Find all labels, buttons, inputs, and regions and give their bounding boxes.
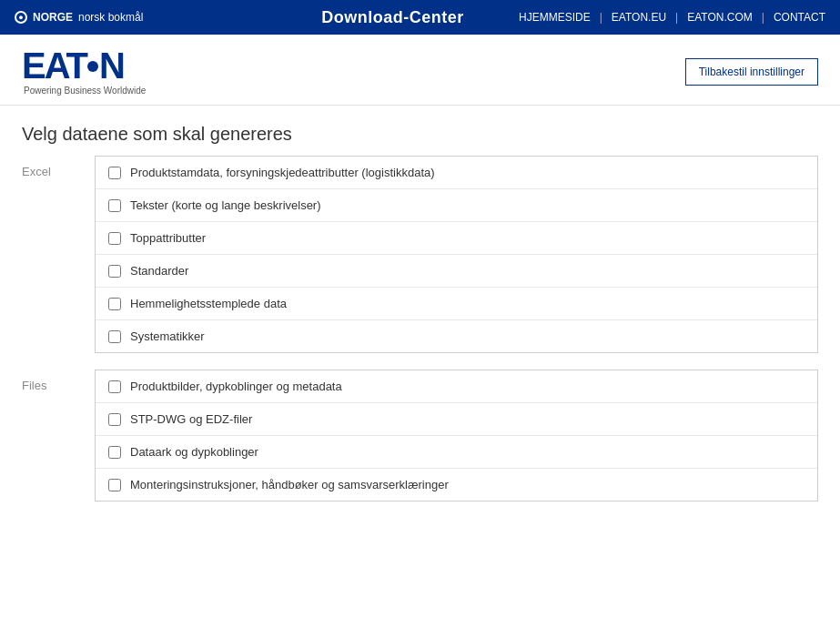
top-bar-nav: HJEMMESIDE | EATON.EU | EATON.COM | CONT…	[519, 11, 825, 24]
section-label-excel: Excel	[22, 156, 95, 353]
label-excel3[interactable]: Toppattributter	[130, 231, 206, 245]
label-excel6[interactable]: Systematikker	[130, 329, 205, 343]
globe-icon: ●	[15, 11, 27, 24]
section-files: FilesProduktbilder, dypkoblinger og meta…	[22, 370, 818, 501]
nav-sep-1: |	[600, 11, 602, 24]
logo-subtitle: Powering Business Worldwide	[24, 86, 146, 96]
nav-sep-2: |	[675, 11, 678, 24]
checkbox-excel5[interactable]	[108, 298, 121, 310]
page-title: Velg dataene som skal genereres	[22, 124, 818, 145]
nav-hjemmeside[interactable]: HJEMMESIDE	[519, 11, 591, 24]
checkbox-excel4[interactable]	[108, 265, 121, 278]
label-files2[interactable]: STP-DWG og EDZ-filer	[130, 412, 252, 426]
nav-sep-3: |	[762, 11, 764, 24]
check-item-files2: STP-DWG og EDZ-filer	[96, 403, 817, 436]
checkbox-files2[interactable]	[108, 413, 121, 426]
top-bar-left: ● NORGE norsk bokmål	[15, 11, 267, 24]
region-label: NORGE	[33, 11, 73, 24]
nav-eaton-com[interactable]: EATON.COM	[687, 11, 753, 24]
logo-area: EATN Powering Business Worldwide	[22, 47, 146, 96]
label-excel2[interactable]: Tekster (korte og lange beskrivelser)	[130, 198, 321, 212]
checkbox-files1[interactable]	[108, 380, 121, 393]
logo-text: EATN	[22, 47, 124, 84]
check-item-excel6: Systematikker	[96, 320, 817, 352]
check-item-excel3: Toppattributter	[96, 222, 817, 255]
nav-contact[interactable]: CONTACT	[774, 11, 825, 24]
app-title: Download-Center	[267, 8, 519, 27]
checkbox-files4[interactable]	[108, 479, 121, 491]
language-label: norsk bokmål	[78, 11, 143, 24]
reset-settings-button[interactable]: Tilbakestil innstillinger	[685, 58, 818, 86]
top-navigation-bar: ● NORGE norsk bokmål Download-Center HJE…	[0, 0, 840, 35]
section-items-excel: Produktstamdata, forsyningskjedeattribut…	[95, 156, 818, 353]
label-excel4[interactable]: Standarder	[130, 264, 188, 278]
check-item-excel5: Hemmelighetsstemplede data	[96, 288, 817, 320]
checkbox-excel1[interactable]	[108, 167, 121, 179]
label-files1[interactable]: Produktbilder, dypkoblinger og metadata	[130, 380, 342, 393]
nav-eaton-eu[interactable]: EATON.EU	[612, 11, 666, 24]
checkbox-excel3[interactable]	[108, 232, 121, 245]
check-item-files4: Monteringsinstruksjoner, håndbøker og sa…	[96, 469, 817, 501]
checkbox-excel2[interactable]	[108, 199, 121, 212]
header: EATN Powering Business Worldwide Tilbake…	[0, 35, 840, 106]
checkbox-excel6[interactable]	[108, 330, 121, 343]
section-items-files: Produktbilder, dypkoblinger og metadataS…	[95, 370, 818, 501]
label-excel1[interactable]: Produktstamdata, forsyningskjedeattribut…	[130, 166, 435, 179]
checkbox-files3[interactable]	[108, 446, 121, 459]
label-files3[interactable]: Dataark og dypkoblinger	[130, 445, 258, 459]
check-item-files1: Produktbilder, dypkoblinger og metadata	[96, 370, 817, 403]
eaton-logo: EATN	[22, 47, 146, 84]
check-item-excel1: Produktstamdata, forsyningskjedeattribut…	[96, 157, 817, 189]
check-item-excel4: Standarder	[96, 255, 817, 288]
sections-container: ExcelProduktstamdata, forsyningskjedeatt…	[0, 156, 840, 501]
label-files4[interactable]: Monteringsinstruksjoner, håndbøker og sa…	[130, 478, 449, 491]
label-excel5[interactable]: Hemmelighetsstemplede data	[130, 297, 287, 310]
check-item-files3: Dataark og dypkoblinger	[96, 436, 817, 469]
section-excel: ExcelProduktstamdata, forsyningskjedeatt…	[22, 156, 818, 353]
check-item-excel2: Tekster (korte og lange beskrivelser)	[96, 189, 817, 222]
page-title-area: Velg dataene som skal genereres	[0, 106, 840, 156]
section-label-files: Files	[22, 370, 95, 501]
